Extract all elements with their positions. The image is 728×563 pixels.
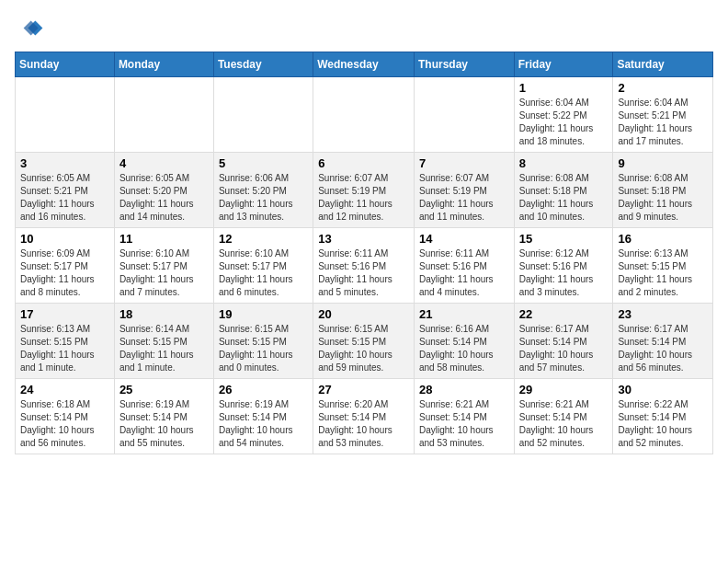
calendar-header-row: SundayMondayTuesdayWednesdayThursdayFrid…: [16, 52, 713, 77]
calendar-cell: 6Sunrise: 6:07 AM Sunset: 5:19 PM Daylig…: [313, 153, 415, 228]
cell-info: Sunrise: 6:11 AM Sunset: 5:16 PM Dayligh…: [419, 247, 509, 299]
cell-info: Sunrise: 6:09 AM Sunset: 5:17 PM Dayligh…: [20, 247, 109, 299]
day-number: 19: [219, 307, 308, 321]
day-number: 22: [519, 307, 609, 321]
col-header-wednesday: Wednesday: [313, 52, 415, 77]
day-number: 6: [318, 156, 409, 170]
calendar-cell: 13Sunrise: 6:11 AM Sunset: 5:16 PM Dayli…: [313, 228, 415, 304]
week-row-3: 10Sunrise: 6:09 AM Sunset: 5:17 PM Dayli…: [16, 228, 713, 304]
calendar-cell: 26Sunrise: 6:19 AM Sunset: 5:14 PM Dayli…: [213, 379, 313, 454]
day-number: 15: [519, 232, 609, 246]
cell-info: Sunrise: 6:12 AM Sunset: 5:16 PM Dayligh…: [519, 247, 609, 299]
day-number: 3: [20, 156, 109, 170]
day-number: 5: [219, 156, 308, 170]
calendar-cell: 29Sunrise: 6:21 AM Sunset: 5:14 PM Dayli…: [514, 379, 613, 454]
day-number: 18: [119, 307, 209, 321]
calendar-cell: 2Sunrise: 6:04 AM Sunset: 5:21 PM Daylig…: [613, 77, 713, 153]
calendar-cell: 16Sunrise: 6:13 AM Sunset: 5:15 PM Dayli…: [613, 228, 713, 304]
day-number: 24: [20, 383, 109, 396]
cell-info: Sunrise: 6:04 AM Sunset: 5:21 PM Dayligh…: [618, 97, 708, 148]
day-number: 8: [519, 156, 609, 170]
week-row-1: 1Sunrise: 6:04 AM Sunset: 5:22 PM Daylig…: [16, 77, 713, 153]
calendar-cell: 10Sunrise: 6:09 AM Sunset: 5:17 PM Dayli…: [16, 228, 115, 304]
day-number: 23: [618, 307, 708, 321]
cell-info: Sunrise: 6:13 AM Sunset: 5:15 PM Dayligh…: [618, 247, 708, 299]
calendar-cell: [16, 77, 115, 153]
calendar-cell: 24Sunrise: 6:18 AM Sunset: 5:14 PM Dayli…: [16, 379, 115, 454]
calendar-cell: 17Sunrise: 6:13 AM Sunset: 5:15 PM Dayli…: [16, 304, 115, 379]
col-header-tuesday: Tuesday: [213, 52, 313, 77]
calendar-cell: 28Sunrise: 6:21 AM Sunset: 5:14 PM Dayli…: [414, 379, 514, 454]
cell-info: Sunrise: 6:08 AM Sunset: 5:18 PM Dayligh…: [618, 172, 708, 224]
cell-info: Sunrise: 6:17 AM Sunset: 5:14 PM Dayligh…: [519, 323, 609, 374]
calendar-cell: 11Sunrise: 6:10 AM Sunset: 5:17 PM Dayli…: [114, 228, 213, 304]
calendar-cell: 3Sunrise: 6:05 AM Sunset: 5:21 PM Daylig…: [16, 153, 115, 228]
cell-info: Sunrise: 6:05 AM Sunset: 5:21 PM Dayligh…: [20, 172, 109, 224]
cell-info: Sunrise: 6:15 AM Sunset: 5:15 PM Dayligh…: [318, 323, 409, 374]
logo-icon: [15, 15, 44, 44]
cell-info: Sunrise: 6:11 AM Sunset: 5:16 PM Dayligh…: [318, 247, 409, 299]
cell-info: Sunrise: 6:17 AM Sunset: 5:14 PM Dayligh…: [618, 323, 708, 374]
cell-info: Sunrise: 6:20 AM Sunset: 5:14 PM Dayligh…: [318, 398, 409, 450]
calendar-cell: 25Sunrise: 6:19 AM Sunset: 5:14 PM Dayli…: [114, 379, 213, 454]
calendar-cell: [313, 77, 415, 153]
col-header-saturday: Saturday: [613, 52, 713, 77]
calendar-cell: 4Sunrise: 6:05 AM Sunset: 5:20 PM Daylig…: [114, 153, 213, 228]
day-number: 11: [119, 232, 209, 246]
calendar-cell: 8Sunrise: 6:08 AM Sunset: 5:18 PM Daylig…: [514, 153, 613, 228]
col-header-sunday: Sunday: [16, 52, 115, 77]
cell-info: Sunrise: 6:08 AM Sunset: 5:18 PM Dayligh…: [519, 172, 609, 224]
day-number: 26: [219, 383, 308, 396]
cell-info: Sunrise: 6:07 AM Sunset: 5:19 PM Dayligh…: [318, 172, 409, 224]
cell-info: Sunrise: 6:13 AM Sunset: 5:15 PM Dayligh…: [20, 323, 109, 374]
cell-info: Sunrise: 6:16 AM Sunset: 5:14 PM Dayligh…: [419, 323, 509, 374]
calendar-cell: 7Sunrise: 6:07 AM Sunset: 5:19 PM Daylig…: [414, 153, 514, 228]
day-number: 13: [318, 232, 409, 246]
cell-info: Sunrise: 6:04 AM Sunset: 5:22 PM Dayligh…: [519, 97, 609, 148]
week-row-5: 24Sunrise: 6:18 AM Sunset: 5:14 PM Dayli…: [16, 379, 713, 454]
cell-info: Sunrise: 6:19 AM Sunset: 5:14 PM Dayligh…: [219, 398, 308, 450]
day-number: 17: [20, 307, 109, 321]
col-header-thursday: Thursday: [414, 52, 514, 77]
day-number: 25: [119, 383, 209, 396]
page-header: [15, 15, 713, 44]
day-number: 29: [519, 383, 609, 396]
day-number: 12: [219, 232, 308, 246]
cell-info: Sunrise: 6:21 AM Sunset: 5:14 PM Dayligh…: [519, 398, 609, 450]
day-number: 9: [618, 156, 708, 170]
calendar-cell: 5Sunrise: 6:06 AM Sunset: 5:20 PM Daylig…: [213, 153, 313, 228]
cell-info: Sunrise: 6:14 AM Sunset: 5:15 PM Dayligh…: [119, 323, 209, 374]
calendar-cell: 23Sunrise: 6:17 AM Sunset: 5:14 PM Dayli…: [613, 304, 713, 379]
calendar-cell: 15Sunrise: 6:12 AM Sunset: 5:16 PM Dayli…: [514, 228, 613, 304]
calendar-cell: 1Sunrise: 6:04 AM Sunset: 5:22 PM Daylig…: [514, 77, 613, 153]
calendar-cell: [213, 77, 313, 153]
calendar-cell: 14Sunrise: 6:11 AM Sunset: 5:16 PM Dayli…: [414, 228, 514, 304]
day-number: 27: [318, 383, 409, 396]
week-row-4: 17Sunrise: 6:13 AM Sunset: 5:15 PM Dayli…: [16, 304, 713, 379]
logo: [15, 15, 48, 44]
day-number: 14: [419, 232, 509, 246]
calendar-cell: 9Sunrise: 6:08 AM Sunset: 5:18 PM Daylig…: [613, 153, 713, 228]
cell-info: Sunrise: 6:10 AM Sunset: 5:17 PM Dayligh…: [219, 247, 308, 299]
calendar-cell: 21Sunrise: 6:16 AM Sunset: 5:14 PM Dayli…: [414, 304, 514, 379]
week-row-2: 3Sunrise: 6:05 AM Sunset: 5:21 PM Daylig…: [16, 153, 713, 228]
day-number: 20: [318, 307, 409, 321]
day-number: 2: [618, 81, 708, 95]
calendar-cell: 12Sunrise: 6:10 AM Sunset: 5:17 PM Dayli…: [213, 228, 313, 304]
calendar-cell: 20Sunrise: 6:15 AM Sunset: 5:15 PM Dayli…: [313, 304, 415, 379]
day-number: 30: [618, 383, 708, 396]
calendar-cell: 22Sunrise: 6:17 AM Sunset: 5:14 PM Dayli…: [514, 304, 613, 379]
cell-info: Sunrise: 6:21 AM Sunset: 5:14 PM Dayligh…: [419, 398, 509, 450]
col-header-monday: Monday: [114, 52, 213, 77]
cell-info: Sunrise: 6:18 AM Sunset: 5:14 PM Dayligh…: [20, 398, 109, 450]
cell-info: Sunrise: 6:05 AM Sunset: 5:20 PM Dayligh…: [119, 172, 209, 224]
cell-info: Sunrise: 6:06 AM Sunset: 5:20 PM Dayligh…: [219, 172, 308, 224]
day-number: 16: [618, 232, 708, 246]
calendar-cell: 19Sunrise: 6:15 AM Sunset: 5:15 PM Dayli…: [213, 304, 313, 379]
calendar-cell: [114, 77, 213, 153]
day-number: 28: [419, 383, 509, 396]
day-number: 1: [519, 81, 609, 95]
cell-info: Sunrise: 6:15 AM Sunset: 5:15 PM Dayligh…: [219, 323, 308, 374]
cell-info: Sunrise: 6:19 AM Sunset: 5:14 PM Dayligh…: [119, 398, 209, 450]
day-number: 10: [20, 232, 109, 246]
